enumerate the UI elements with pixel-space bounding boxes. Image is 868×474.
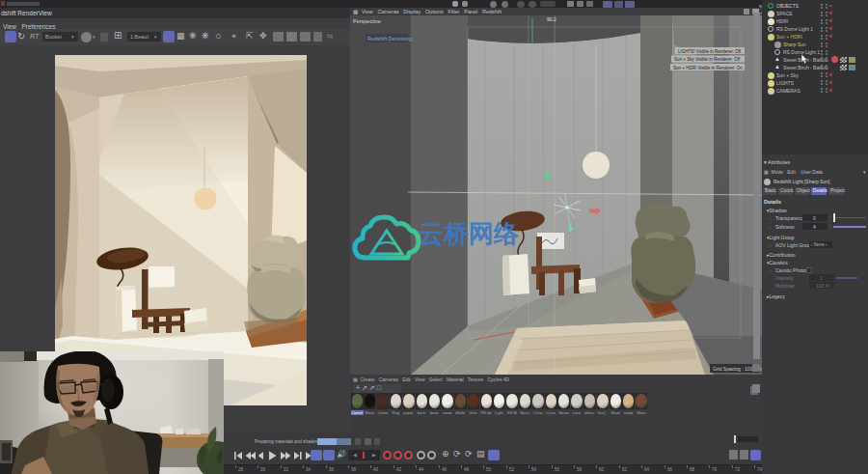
svg-text:Sun + HDRI Visible in Renderer: Sun + HDRI Visible in Renderer: On xyxy=(673,66,743,70)
svg-text:Sun + Sky Visible in Renderer:: Sun + Sky Visible in Renderer: Off xyxy=(674,57,741,62)
svg-text:Redshift Denoising: Redshift Denoising xyxy=(367,36,412,42)
svg-text:View Cameras Display Opt: View Cameras Display Options Filter Pane… xyxy=(362,9,502,14)
svg-text:▦: ▦ xyxy=(353,9,358,14)
svg-text:90.2: 90.2 xyxy=(547,16,556,22)
svg-text:LIGHTS! Visible in Renderer: O: LIGHTS! Visible in Renderer: Off xyxy=(678,49,742,54)
svg-text:Perspective: Perspective xyxy=(353,18,381,24)
